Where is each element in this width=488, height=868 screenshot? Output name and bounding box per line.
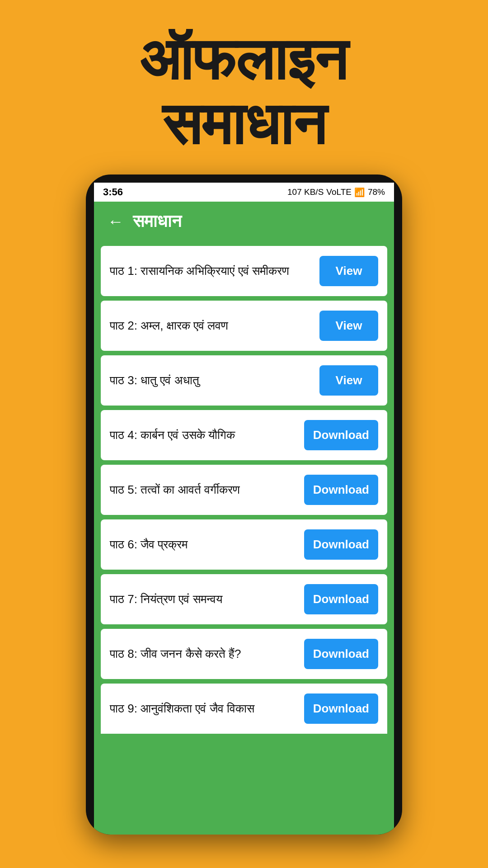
hero-section: ऑफलाइन समाधान: [0, 0, 488, 175]
chapter-text-6: पाठ 6: जैव प्रक्रम: [110, 537, 304, 552]
hero-title-line2: समाधान: [162, 91, 326, 157]
chapter-item-7: पाठ 7: नियंत्रण एवं समन्वयDownload: [101, 574, 387, 624]
phone-screen: ← समाधान पाठ 1: रासायनिक अभिक्रियाएं एवं…: [94, 202, 394, 835]
status-battery: 78%: [368, 187, 385, 197]
status-speed: 107 KB/S: [287, 187, 324, 197]
status-time: 3:56: [103, 186, 123, 198]
back-button[interactable]: ←: [108, 212, 124, 231]
hero-title-line1: ऑफलाइन: [141, 26, 347, 92]
chapter-text-5: पाठ 5: तत्वों का आवर्त वर्गीकरण: [110, 482, 304, 498]
chapter-text-9: पाठ 9: आनुवंशिकता एवं जैव विकास: [110, 701, 304, 717]
chapter-item-9: पाठ 9: आनुवंशिकता एवं जैव विकासDownload: [101, 684, 387, 734]
chapter-text-3: पाठ 3: धातु एवं अधातु: [110, 373, 319, 388]
chapter-text-7: पाठ 7: नियंत्रण एवं समन्वय: [110, 592, 304, 607]
status-right: 107 KB/S VoLTE 📶 78%: [287, 187, 385, 198]
app-title: समाधान: [133, 212, 182, 231]
chapter-btn-7[interactable]: Download: [304, 584, 378, 614]
status-network: VoLTE: [326, 187, 352, 197]
phone-wrapper: 3:56 107 KB/S VoLTE 📶 78% ← समाधान पाठ 1…: [0, 175, 488, 835]
chapter-btn-2[interactable]: View: [319, 311, 378, 341]
phone-frame: 3:56 107 KB/S VoLTE 📶 78% ← समाधान पाठ 1…: [86, 175, 402, 835]
chapter-btn-3[interactable]: View: [319, 365, 378, 396]
chapter-item-2: पाठ 2: अम्ल, क्षारक एवं लवणView: [101, 301, 387, 351]
chapter-btn-9[interactable]: Download: [304, 693, 378, 724]
chapter-btn-4[interactable]: Download: [304, 420, 378, 450]
chapter-item-5: पाठ 5: तत्वों का आवर्त वर्गीकरणDownload: [101, 465, 387, 515]
chapter-text-1: पाठ 1: रासायनिक अभिक्रियाएं एवं समीकरण: [110, 264, 319, 279]
chapter-text-4: पाठ 4: कार्बन एवं उसके यौगिक: [110, 428, 304, 443]
app-header: ← समाधान: [94, 202, 394, 241]
status-bar: 3:56 107 KB/S VoLTE 📶 78%: [94, 183, 394, 202]
chapter-item-4: पाठ 4: कार्बन एवं उसके यौगिकDownload: [101, 410, 387, 460]
chapters-list: पाठ 1: रासायनिक अभिक्रियाएं एवं समीकरणVi…: [94, 241, 394, 734]
chapter-text-8: पाठ 8: जीव जनन कैसे करते हैं?: [110, 646, 304, 662]
chapter-item-6: पाठ 6: जैव प्रक्रमDownload: [101, 519, 387, 570]
hero-title: ऑफलाइन समाधान: [18, 27, 470, 156]
chapter-item-8: पाठ 8: जीव जनन कैसे करते हैं?Download: [101, 629, 387, 679]
chapter-btn-1[interactable]: View: [319, 256, 378, 286]
chapter-btn-5[interactable]: Download: [304, 475, 378, 505]
chapter-item-3: पाठ 3: धातु एवं अधातुView: [101, 355, 387, 406]
chapter-btn-8[interactable]: Download: [304, 639, 378, 669]
status-wifi-icon: 📶: [354, 187, 365, 198]
chapter-btn-6[interactable]: Download: [304, 529, 378, 560]
chapter-text-2: पाठ 2: अम्ल, क्षारक एवं लवण: [110, 318, 319, 334]
chapter-item-1: पाठ 1: रासायनिक अभिक्रियाएं एवं समीकरणVi…: [101, 246, 387, 296]
